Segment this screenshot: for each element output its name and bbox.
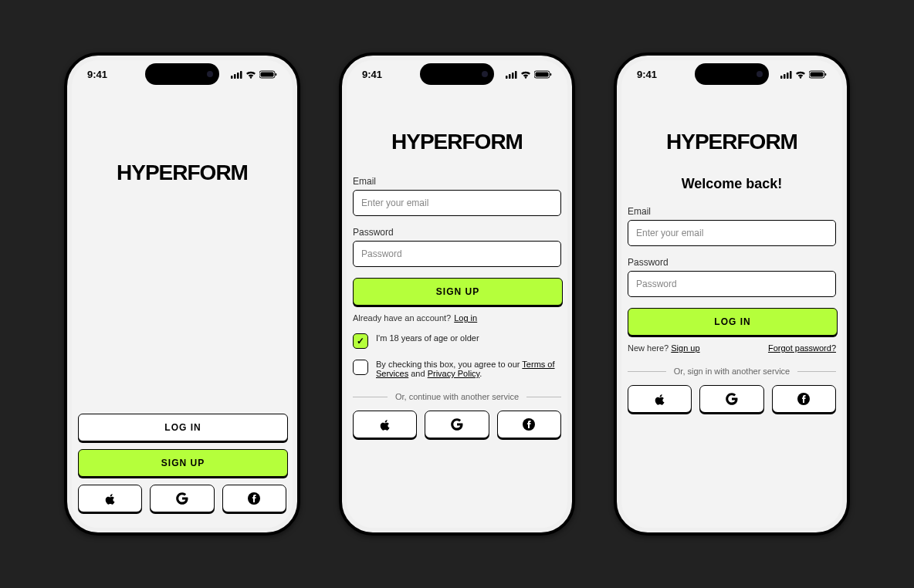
google-signin-button[interactable] (699, 385, 763, 413)
brand-logo: HYPERFORM (78, 161, 286, 185)
google-signin-button[interactable] (150, 485, 214, 512)
terms-checkbox-label: By checking this box, you agree to our T… (376, 360, 561, 378)
facebook-icon (523, 418, 535, 431)
apple-icon (654, 393, 666, 405)
apple-signin-button[interactable] (353, 411, 417, 438)
signup-button[interactable]: SIGN UP (353, 278, 563, 306)
status-bar: 9:41 (342, 63, 572, 85)
signup-link[interactable]: Sign up (671, 343, 699, 353)
social-divider: Or, continue with another service (353, 392, 561, 401)
status-bar: 9:41 (617, 63, 847, 85)
password-label: Password (353, 227, 561, 238)
social-divider: Or, sign in with another service (628, 367, 836, 376)
wifi-icon (795, 70, 806, 79)
status-time: 9:41 (637, 69, 657, 80)
brand-logo: HYPERFORM (628, 130, 836, 154)
facebook-icon (248, 492, 260, 505)
facebook-signin-button[interactable] (772, 385, 836, 413)
apple-icon (104, 492, 117, 505)
battery-icon (534, 70, 552, 79)
privacy-link[interactable]: Privacy Policy (428, 369, 480, 378)
terms-checkbox[interactable] (353, 360, 368, 375)
apple-signin-button[interactable] (628, 385, 692, 413)
cellular-icon (231, 70, 242, 79)
login-link[interactable]: Log in (454, 313, 477, 323)
signup-button[interactable]: SIGN UP (78, 449, 288, 477)
status-bar: 9:41 (67, 63, 297, 85)
google-icon (726, 393, 738, 405)
cellular-icon (780, 70, 792, 79)
age-checkbox-label: I'm 18 years of age or older (376, 333, 479, 343)
cellular-icon (506, 70, 517, 79)
phone-signup: 9:41 HYPERFORM Email Password SIGN UP Al… (339, 52, 575, 536)
battery-icon (809, 70, 827, 79)
apple-signin-button[interactable] (78, 485, 142, 512)
password-field[interactable] (353, 241, 561, 267)
already-have-account-text: Already have an account? (353, 313, 451, 323)
facebook-signin-button[interactable] (222, 485, 286, 512)
email-field[interactable] (353, 190, 561, 216)
facebook-icon (797, 393, 810, 405)
email-label: Email (353, 176, 561, 187)
age-checkbox[interactable] (353, 333, 368, 349)
google-icon (451, 418, 463, 431)
login-button[interactable]: LOG IN (78, 414, 288, 441)
apple-icon (379, 418, 391, 431)
forgot-password-link[interactable]: Forgot password? (768, 343, 836, 353)
new-here-text: New here? (628, 343, 669, 353)
email-label: Email (628, 206, 836, 217)
brand-logo: HYPERFORM (353, 130, 561, 154)
facebook-signin-button[interactable] (497, 411, 561, 438)
login-button[interactable]: LOG IN (628, 308, 838, 336)
wifi-icon (245, 70, 256, 79)
google-icon (176, 492, 188, 505)
wifi-icon (520, 70, 531, 79)
password-field[interactable] (628, 271, 836, 297)
battery-icon (259, 70, 277, 79)
google-signin-button[interactable] (425, 411, 489, 438)
welcome-title: Welcome back! (628, 176, 836, 192)
phone-landing: 9:41 HYPERFORM LOG IN SIGN UP (64, 52, 300, 536)
status-time: 9:41 (87, 69, 107, 80)
status-time: 9:41 (362, 69, 382, 80)
email-field[interactable] (628, 220, 836, 246)
password-label: Password (628, 257, 836, 268)
phone-login: 9:41 HYPERFORM Welcome back! Email Passw… (614, 52, 850, 536)
